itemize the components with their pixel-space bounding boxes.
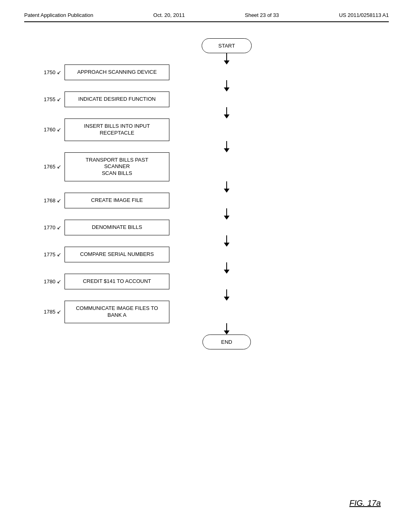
end-oval: END bbox=[202, 335, 251, 349]
node-end: END bbox=[24, 335, 389, 349]
box-1775: COMPARE SERIAL NUMBERS bbox=[65, 247, 169, 262]
arrow-2 bbox=[224, 107, 229, 118]
ref-1760: 1760 ↙ bbox=[24, 127, 65, 133]
arrow-3 bbox=[224, 141, 229, 152]
ref-1750: 1750 ↙ bbox=[24, 69, 65, 75]
header-patent: US 2011/0258113 A1 bbox=[339, 12, 389, 18]
arrow-7 bbox=[224, 262, 229, 274]
start-label: START bbox=[218, 43, 235, 49]
ref-1755: 1755 ↙ bbox=[24, 96, 65, 102]
ref-1770: 1770 ↙ bbox=[24, 224, 65, 231]
node-row-1785: 1785 ↙ COMMUNICATE IMAGE FILES TOBANK A bbox=[24, 301, 389, 323]
arrow-9 bbox=[224, 323, 229, 335]
header-publication: Patent Application Publication bbox=[24, 12, 93, 18]
node-start: START bbox=[24, 38, 389, 53]
ref-1775: 1775 ↙ bbox=[24, 251, 65, 258]
header-date: Oct. 20, 2011 bbox=[153, 12, 185, 18]
ref-1768: 1768 ↙ bbox=[24, 197, 65, 204]
page: Patent Application Publication Oct. 20, … bbox=[0, 0, 413, 532]
label-1750: APPROACH SCANNING DEVICE bbox=[77, 69, 156, 75]
ref-1780: 1780 ↙ bbox=[24, 278, 65, 285]
label-1755: INDICATE DESIRED FUNCTION bbox=[78, 96, 156, 102]
box-1780: CREDIT $141 TO ACCOUNT bbox=[65, 274, 169, 289]
arrow-6 bbox=[224, 235, 229, 247]
node-row-1765: 1765 ↙ TRANSPORT BILLS PASTSCANNERSCAN B… bbox=[24, 152, 389, 182]
node-row-1775: 1775 ↙ COMPARE SERIAL NUMBERS bbox=[24, 247, 389, 262]
node-row-1780: 1780 ↙ CREDIT $141 TO ACCOUNT bbox=[24, 274, 389, 289]
end-label: END bbox=[221, 339, 232, 345]
box-1760: INSERT BILLS INTO INPUTRECEPTACLE bbox=[65, 118, 169, 141]
node-row-1750: 1750 ↙ APPROACH SCANNING DEVICE bbox=[24, 64, 389, 80]
label-1770: DENOMINATE BILLS bbox=[92, 224, 142, 230]
label-1775: COMPARE SERIAL NUMBERS bbox=[80, 251, 154, 257]
label-1780: CREDIT $141 TO ACCOUNT bbox=[83, 278, 151, 284]
arrow-0 bbox=[224, 53, 229, 64]
box-1768: CREATE IMAGE FILE bbox=[65, 193, 169, 208]
box-1755: INDICATE DESIRED FUNCTION bbox=[65, 91, 169, 107]
figure-caption: FIG. 17a bbox=[349, 499, 381, 508]
node-row-1768: 1768 ↙ CREATE IMAGE FILE bbox=[24, 193, 389, 208]
node-row-1755: 1755 ↙ INDICATE DESIRED FUNCTION bbox=[24, 91, 389, 107]
box-1770: DENOMINATE BILLS bbox=[65, 220, 169, 235]
page-header: Patent Application Publication Oct. 20, … bbox=[24, 12, 389, 22]
ref-1765: 1765 ↙ bbox=[24, 164, 65, 170]
box-1785: COMMUNICATE IMAGE FILES TOBANK A bbox=[65, 301, 169, 323]
start-oval: START bbox=[202, 38, 251, 53]
header-sheet: Sheet 23 of 33 bbox=[245, 12, 279, 18]
node-row-1760: 1760 ↙ INSERT BILLS INTO INPUTRECEPTACLE bbox=[24, 118, 389, 141]
box-1765: TRANSPORT BILLS PASTSCANNERSCAN BILLS bbox=[65, 152, 169, 182]
node-row-1770: 1770 ↙ DENOMINATE BILLS bbox=[24, 220, 389, 235]
arrow-1 bbox=[224, 80, 229, 91]
flowchart: START 1750 ↙ APPROACH SCANNING DEVICE 17… bbox=[24, 38, 389, 349]
arrow-8 bbox=[224, 289, 229, 301]
box-1750: APPROACH SCANNING DEVICE bbox=[65, 64, 169, 80]
arrow-4 bbox=[224, 181, 229, 193]
label-1768: CREATE IMAGE FILE bbox=[91, 197, 143, 203]
ref-1785: 1785 ↙ bbox=[24, 309, 65, 315]
arrow-5 bbox=[224, 208, 229, 220]
